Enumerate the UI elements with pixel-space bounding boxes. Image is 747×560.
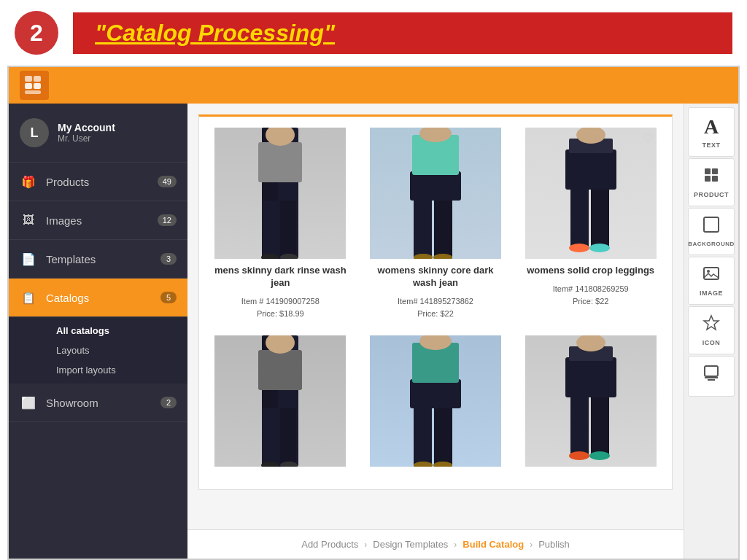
product-name: womens skinny core dark wash jean [365,265,506,289]
svg-rect-30 [280,408,296,467]
svg-rect-3 [34,83,41,89]
icon-icon [703,314,720,336]
products-badge: 49 [158,176,177,187]
tool-product-button[interactable]: PRODUCT [688,158,735,206]
main-content: mens skinny dark rinse wash jean Item # … [187,104,684,559]
user-info: My Account Mr. User [58,122,115,144]
breadcrumb-publish[interactable]: Publish [538,539,570,550]
svg-rect-1 [34,76,41,82]
tool-image-button[interactable]: IMAGE [688,257,735,305]
avatar: L [20,118,49,147]
product-grid: mens skinny dark rinse wash jean Item # … [210,128,661,478]
catalogs-badge: 5 [160,292,177,303]
svg-point-25 [569,244,589,252]
sidebar-item-showroom[interactable]: ⬜ Showroom 2 [9,384,187,422]
svg-rect-54 [704,268,719,279]
tool-background-button[interactable]: BACKGROUND [688,208,735,255]
table-row[interactable] [210,335,351,478]
table-row[interactable]: ♡ [520,128,661,321]
tool-text-button[interactable]: A TEXT [688,107,735,157]
svg-point-47 [569,451,589,460]
tool-label: TEXT [702,141,720,149]
tool-label: IMAGE [700,289,723,297]
subnav-all-catalogs[interactable]: All catalogs [49,321,187,341]
templates-icon: 📄 [20,250,37,268]
product-image [370,335,501,467]
svg-rect-8 [280,201,296,259]
svg-rect-53 [704,217,719,232]
sidebar-item-products[interactable]: 🎁 Products 49 [9,163,187,201]
svg-rect-2 [25,83,32,89]
sidebar-item-label: Showroom [46,397,160,409]
step-number: 2 [15,11,58,55]
svg-rect-37 [410,379,461,408]
svg-rect-57 [705,366,718,376]
app-container: L My Account Mr. User 🎁 Products 49 🖼 Im… [7,66,740,560]
subnav-layouts[interactable]: Layouts [49,341,187,360]
catalog-grid-wrapper: mens skinny dark rinse wash jean Item # … [198,114,673,490]
svg-rect-52 [712,176,718,182]
background-icon [703,216,720,238]
product-name: womens solid crop leggings [527,265,654,277]
products-icon: 🎁 [20,173,37,190]
sidebar-item-templates[interactable]: 📄 Templates 3 [9,240,187,279]
svg-rect-7 [262,201,278,259]
svg-rect-29 [262,408,278,467]
product-image: ♡ [525,128,657,259]
app-header [9,67,738,104]
table-row[interactable] [365,335,506,478]
right-toolbar: A TEXT PRODUCT [684,104,738,559]
product-icon [703,166,720,188]
svg-rect-4 [25,90,41,94]
product-meta: Item # 141909007258 Price: $18.99 [241,295,320,321]
tool-more-button[interactable] [688,356,735,397]
breadcrumb-sep-3: › [530,540,533,550]
subnav-import-layouts[interactable]: Import layouts [49,360,187,380]
svg-rect-43 [591,394,609,456]
svg-rect-21 [591,186,609,248]
svg-rect-51 [705,176,711,182]
user-subtitle: Mr. User [58,133,115,144]
image-icon [703,265,720,287]
tool-label: ICON [703,339,721,346]
svg-point-26 [589,244,610,252]
sidebar-item-label: Images [46,214,158,227]
wishlist-icon[interactable]: ♡ [643,131,653,145]
product-meta: Item# 141895273862 Price: $22 [398,295,473,321]
svg-rect-44 [565,357,616,397]
svg-rect-22 [565,149,616,190]
breadcrumb-sep-1: › [364,540,367,550]
sidebar-item-catalogs[interactable]: 📋 Catalogs 5 [9,279,187,317]
product-image [370,128,501,259]
svg-point-55 [707,270,710,273]
images-icon: 🖼 [20,211,37,229]
svg-marker-56 [704,316,719,330]
svg-rect-0 [25,76,32,82]
breadcrumb-build-catalog[interactable]: Build Catalog [462,539,524,550]
more-icon [703,364,720,386]
product-meta: Item# 141808269259 Price: $22 [553,283,629,308]
product-image [214,128,346,259]
breadcrumb-design-templates[interactable]: Design Templates [373,539,448,550]
wishlist-icon[interactable]: ♡ [643,339,653,353]
tool-icon-button[interactable]: ICON [688,306,735,354]
user-name: My Account [58,122,115,133]
step-title: "Catalog Processing" [73,12,732,54]
tool-label: PRODUCT [694,191,729,198]
text-icon: A [704,115,719,139]
svg-rect-50 [712,168,718,174]
svg-rect-42 [570,394,589,456]
catalogs-icon: 📋 [20,289,37,306]
table-row[interactable]: ♡ [520,335,661,478]
product-image [214,335,346,467]
catalog-sub-nav: All catalogs Layouts Import layouts [9,317,187,384]
sidebar-item-label: Catalogs [46,292,160,304]
user-section[interactable]: L My Account Mr. User [9,104,187,163]
svg-rect-15 [410,171,461,201]
svg-rect-31 [258,350,302,390]
catalog-area: mens skinny dark rinse wash jean Item # … [187,104,684,529]
breadcrumb-add-products[interactable]: Add Products [301,539,358,550]
table-row[interactable]: womens skinny core dark wash jean Item# … [365,128,506,321]
table-row[interactable]: mens skinny dark rinse wash jean Item # … [210,128,351,321]
sidebar-item-images[interactable]: 🖼 Images 12 [9,201,187,240]
